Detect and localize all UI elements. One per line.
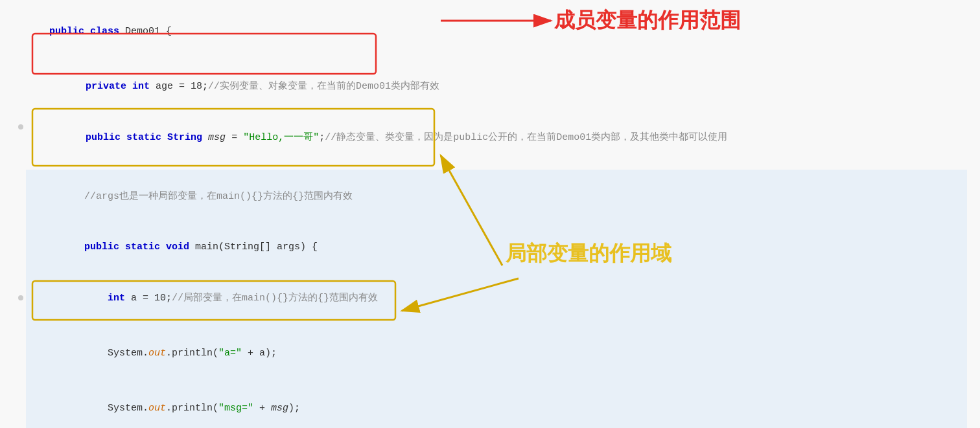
line-private-age: private int age = 18;//实例变量、对象变量，在当前的Dem…: [26, 62, 967, 113]
yellow-annotation-label: 局部变量的作用域: [506, 240, 671, 268]
gutter-dot-2: [18, 295, 23, 300]
line-println-msg: System.out.println("msg=" + msg);: [26, 383, 967, 428]
line-args-comment: //args也是一种局部变量，在main(){}方法的{}范围内有效: [26, 171, 967, 222]
line-println-a: System.out.println("a=" + a);: [26, 328, 967, 379]
red-annotation-label: 成员变量的作用范围: [554, 6, 741, 35]
gutter-dot-1: [18, 124, 23, 130]
line-class-header: public class Demo01 {: [26, 6, 967, 58]
line-public-msg: public static String msg = "Hello,一一哥";/…: [26, 113, 967, 164]
line-int-a: int a = 10;//局部变量，在main(){}方法的{}范围内有效: [26, 273, 967, 324]
code-display: public class Demo01 { private int age = …: [0, 0, 980, 428]
line-main-sig: public static void main(String[] args) {: [26, 222, 967, 273]
